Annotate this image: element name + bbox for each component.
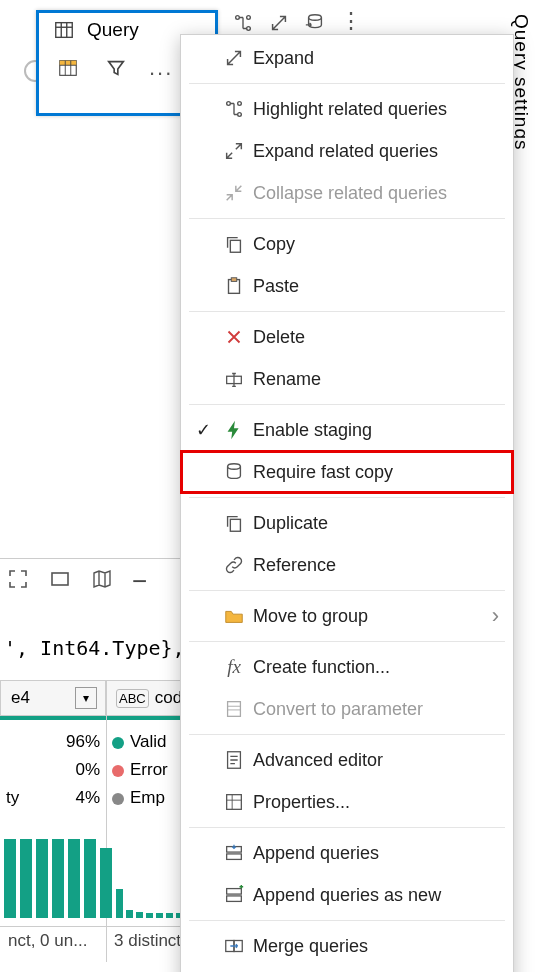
svg-point-11 (247, 27, 251, 31)
menu-separator (189, 218, 505, 219)
menu-enable-staging[interactable]: ✓ Enable staging (181, 409, 513, 451)
menu-require-fast-copy[interactable]: Require fast copy (181, 451, 513, 493)
menu-advanced-editor[interactable]: Advanced editor (181, 739, 513, 781)
svg-point-9 (236, 16, 240, 20)
svg-point-21 (228, 464, 241, 470)
menu-create-function[interactable]: fx Create function... (181, 646, 513, 688)
menu-label: Collapse related queries (253, 183, 447, 204)
menu-label: Paste (253, 276, 299, 297)
query-card-title: Query (87, 19, 139, 41)
svg-rect-33 (227, 896, 242, 902)
dot-valid-icon (112, 737, 124, 749)
rename-icon (219, 368, 249, 390)
menu-move-to-group[interactable]: Move to group › (181, 595, 513, 637)
menu-merge-queries[interactable]: Merge queries (181, 925, 513, 967)
menu-separator (189, 734, 505, 735)
collapse-in-icon (219, 182, 249, 204)
editor-icon (219, 749, 249, 771)
menu-highlight-related[interactable]: Highlight related queries (181, 88, 513, 130)
check-icon: ✓ (191, 419, 215, 441)
menu-append-queries[interactable]: Append queries (181, 832, 513, 874)
menu-separator (189, 83, 505, 84)
menu-label: Highlight related queries (253, 99, 447, 120)
dot-empty-icon (112, 793, 124, 805)
menu-rename[interactable]: Rename (181, 358, 513, 400)
column-header-e4[interactable]: e4 ▾ (0, 680, 106, 716)
folder-icon (219, 605, 249, 627)
chevron-right-icon: › (492, 603, 499, 629)
menu-separator (189, 641, 505, 642)
menu-expand-related[interactable]: Expand related queries (181, 130, 513, 172)
menu-label: Enable staging (253, 420, 372, 441)
column-divider (106, 680, 107, 962)
svg-rect-27 (227, 795, 242, 810)
svg-rect-32 (227, 889, 242, 895)
menu-expand[interactable]: Expand (181, 37, 513, 79)
menu-separator (189, 590, 505, 591)
svg-point-12 (309, 15, 322, 21)
menu-label: Merge queries (253, 936, 368, 957)
fx-icon: fx (219, 656, 249, 678)
menu-convert-to-parameter: Convert to parameter (181, 688, 513, 730)
menu-label: Append queries as new (253, 885, 441, 906)
stat-label: Valid (130, 732, 167, 751)
distinct-cell: nct, 0 un... (0, 926, 106, 955)
menu-label: Advanced editor (253, 750, 383, 771)
menu-properties[interactable]: Properties... (181, 781, 513, 823)
svg-rect-31 (227, 854, 242, 860)
menu-delete[interactable]: Delete (181, 316, 513, 358)
stat-label: ty (6, 784, 19, 812)
map-icon[interactable] (90, 567, 114, 596)
menu-label: Convert to parameter (253, 699, 423, 720)
graph-icon (219, 98, 249, 120)
svg-rect-18 (231, 278, 237, 282)
menu-label: Require fast copy (253, 462, 393, 483)
type-badge: ABC (116, 689, 149, 708)
parameter-icon (219, 698, 249, 720)
stat-error-pct: 0% (75, 756, 100, 784)
svg-point-13 (227, 102, 231, 106)
chevron-down-icon[interactable]: ▾ (75, 687, 97, 709)
fit-icon[interactable] (48, 567, 72, 596)
menu-label: Copy (253, 234, 295, 255)
filter-icon (101, 57, 131, 79)
menu-merge-queries-as-new[interactable]: Merge queries as new (181, 967, 513, 972)
more-icon[interactable]: ... (149, 63, 173, 73)
menu-paste[interactable]: Paste (181, 265, 513, 307)
fullscreen-icon[interactable] (6, 567, 30, 596)
table-icon (49, 19, 79, 41)
stat-valid-pct: 96% (66, 728, 100, 756)
query-context-menu: Expand Highlight related queries Expand … (180, 34, 514, 972)
view-toolbar: − (0, 558, 190, 603)
svg-point-10 (247, 16, 251, 20)
svg-point-15 (238, 113, 242, 117)
menu-label: Delete (253, 327, 305, 348)
merge-icon (219, 935, 249, 957)
menu-collapse-related: Collapse related queries (181, 172, 513, 214)
svg-point-14 (238, 102, 242, 106)
svg-rect-23 (228, 702, 241, 717)
menu-separator (189, 404, 505, 405)
append-icon (219, 842, 249, 864)
menu-copy[interactable]: Copy (181, 223, 513, 265)
svg-rect-0 (56, 23, 73, 38)
menu-label: Duplicate (253, 513, 328, 534)
lightning-icon (219, 419, 249, 441)
menu-reference[interactable]: Reference (181, 544, 513, 586)
column-name: e4 (11, 688, 30, 708)
stat-label: Error (130, 760, 168, 779)
menu-label: Move to group (253, 606, 368, 627)
menu-label: Append queries (253, 843, 379, 864)
table-data-icon (53, 57, 83, 79)
menu-label: Create function... (253, 657, 390, 678)
menu-label: Rename (253, 369, 321, 390)
copy-icon (219, 233, 249, 255)
append-new-icon (219, 884, 249, 906)
menu-duplicate[interactable]: Duplicate (181, 502, 513, 544)
formula-bar-fragment: ', Int64.Type}, (0, 630, 189, 666)
menu-append-queries-as-new[interactable]: Append queries as new (181, 874, 513, 916)
zoom-out-button[interactable]: − (132, 566, 147, 597)
expand-icon (219, 47, 249, 69)
database-icon (219, 461, 249, 483)
menu-label: Reference (253, 555, 336, 576)
